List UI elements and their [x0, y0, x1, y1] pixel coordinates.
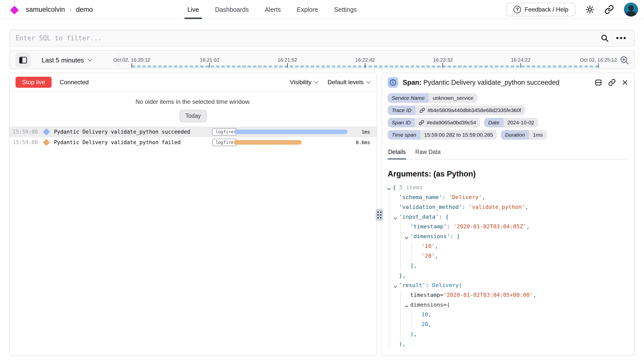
timeline-zoom-in-icon[interactable] [619, 55, 629, 65]
span-label: Span: [403, 79, 421, 86]
nav-tab-explore[interactable]: Explore [297, 0, 318, 19]
visibility-dropdown[interactable]: Visibility [290, 79, 318, 86]
indent-guide [411, 251, 412, 261]
log-row[interactable]: 15:59:00Pydantic Delivery validate_pytho… [10, 127, 377, 137]
search-icon[interactable] [600, 34, 609, 42]
code-line: 'result': Delivery( [388, 280, 629, 290]
token-k: 'input_data' [399, 214, 439, 220]
code-line-text: 'timestamp': '2020-01-02T03:04:05Z', [410, 222, 530, 231]
breadcrumb-separator-icon: › [69, 5, 71, 14]
stop-live-button[interactable]: Stop live [16, 77, 52, 88]
code-line-text: 10, [421, 310, 432, 319]
token-m: 5 items [399, 184, 423, 191]
collapse-chevron-icon[interactable] [393, 215, 397, 221]
token-k: 'result' [399, 282, 425, 288]
log-row-time: 15:59:00 [13, 129, 38, 135]
avatar-head [628, 5, 634, 11]
user-avatar[interactable] [624, 3, 638, 17]
indent-guide [400, 251, 401, 261]
collapse-chevron-icon[interactable] [405, 234, 408, 240]
token-p: : [462, 204, 469, 210]
attribute-badge-date[interactable]: Date2024-10-02 [484, 118, 538, 127]
detail-tab-raw-data[interactable]: Raw Data [415, 149, 441, 159]
span-title: Span: Pydantic Delivery validate_python … [403, 79, 560, 86]
token-p: , [435, 253, 438, 259]
code-line: timestamp='2020-01-02T03:04:05+00:00', [388, 290, 629, 300]
sql-filter-input[interactable] [16, 34, 600, 42]
nav-tab-live[interactable]: Live [187, 0, 199, 19]
span-detail-header: Span: Pydantic Delivery validate_python … [388, 73, 629, 88]
nav-tab-label: Settings [334, 6, 357, 13]
timeline-tick-mark [598, 63, 599, 68]
badge-value-text: #eda9065a0bd39c54 [427, 120, 476, 126]
code-line: ], [388, 261, 629, 270]
logfire-app: samuelcolvin › demo LiveDashboardsAlerts… [0, 0, 644, 362]
close-icon[interactable] [622, 79, 628, 86]
dock-panel-icon[interactable] [595, 79, 602, 86]
date-chip-today[interactable]: Today [179, 110, 207, 122]
avatar-body [626, 11, 636, 17]
panel-resize-handle[interactable] [376, 209, 383, 221]
code-line-text: ), [410, 329, 417, 339]
token-p: ), [410, 331, 417, 337]
token-p: : [450, 233, 457, 239]
code-line-text: { 5 items [393, 183, 422, 192]
indent-guide [400, 222, 401, 231]
collapse-chevron-icon[interactable] [405, 303, 408, 309]
attribute-badge-time-span[interactable]: Time span15:59:00.282 to 15:59:00.285 [388, 130, 497, 140]
token-k: 'timestamp' [410, 223, 447, 230]
code-line: 'timestamp': '2020-01-02T03:04:05Z', [388, 222, 629, 231]
attribute-badge-span-id[interactable]: Span ID#eda9065a0bd39c54 [388, 118, 480, 127]
code-line: ), [388, 329, 629, 339]
default-levels-dropdown[interactable]: Default levels [328, 79, 371, 86]
attribute-badge-trace-id[interactable]: Trace ID#b4e5809a440dbb3458e68d2335fe360… [388, 106, 525, 115]
connection-status: Connected [60, 79, 89, 86]
token-p: , [482, 194, 485, 200]
token-p: , [525, 204, 528, 210]
attribute-badge-duration[interactable]: Duration1ms [501, 130, 547, 140]
detail-tab-details[interactable]: Details [388, 149, 406, 159]
token-p: , [533, 292, 536, 298]
theme-toggle-sun-icon[interactable] [585, 5, 594, 14]
nav-tab-settings[interactable]: Settings [334, 0, 357, 19]
indent-guide [389, 212, 389, 222]
badge-label: Trace ID [388, 106, 415, 115]
log-row-time: 15:59:00 [13, 139, 38, 145]
log-row-duration: 1ms [362, 129, 370, 135]
breadcrumb-project[interactable]: demo [76, 6, 93, 14]
arguments-code-tree: { 5 items'schema_name': 'Delivery','vali… [388, 183, 629, 349]
collapse-chevron-icon[interactable] [387, 185, 391, 192]
code-line: }, [388, 270, 629, 280]
collapse-chevron-icon[interactable] [393, 283, 397, 289]
feedback-help-button[interactable]: ? Feedback / Help [506, 3, 575, 16]
badge-label: Service Name [388, 93, 429, 103]
badge-value: 2024-10-02 [503, 118, 538, 127]
timeline[interactable]: Oct 02, 16:20:1216:21:0216:21:5216:22:42… [10, 51, 634, 69]
nav-tab-alerts[interactable]: Alerts [265, 0, 281, 19]
topbar-actions: ? Feedback / Help [506, 0, 638, 19]
code-line: 'dimensions': [ [388, 231, 629, 241]
logfire-logo-icon[interactable] [10, 6, 19, 15]
share-link-icon[interactable] [604, 5, 614, 14]
indent-guide [400, 329, 401, 339]
breadcrumb-org[interactable]: samuelcolvin [26, 6, 65, 14]
more-options-icon[interactable]: ••• [616, 34, 627, 42]
chevron-down-icon [314, 81, 318, 84]
code-line-text: 'result': Delivery( [399, 280, 462, 290]
badge-label: Duration [501, 130, 529, 140]
live-view-panel: Stop live Connected Visibility Default l… [9, 73, 377, 356]
badge-label: Date [484, 118, 503, 127]
nav-tab-dashboards[interactable]: Dashboards [215, 0, 249, 19]
copy-link-icon[interactable] [608, 79, 616, 86]
token-p: : [439, 214, 446, 220]
timeline-tick-label: 16:22:42 [355, 57, 375, 63]
log-row[interactable]: 15:59:00Pydantic Delivery validate_pytho… [10, 137, 377, 148]
token-p: : [442, 194, 449, 200]
feedback-help-label: Feedback / Help [524, 6, 568, 13]
attribute-badge-service-name[interactable]: Service Nameunknown_service [388, 93, 477, 103]
token-s: '2020-01-02T03:04:05Z' [453, 223, 526, 230]
span-detail-panel: Span: Pydantic Delivery validate_python … [382, 73, 635, 356]
log-row-message: Pydantic Delivery validate_python succee… [54, 129, 190, 135]
indent-guide [400, 241, 401, 251]
log-duration-bar [234, 130, 348, 134]
